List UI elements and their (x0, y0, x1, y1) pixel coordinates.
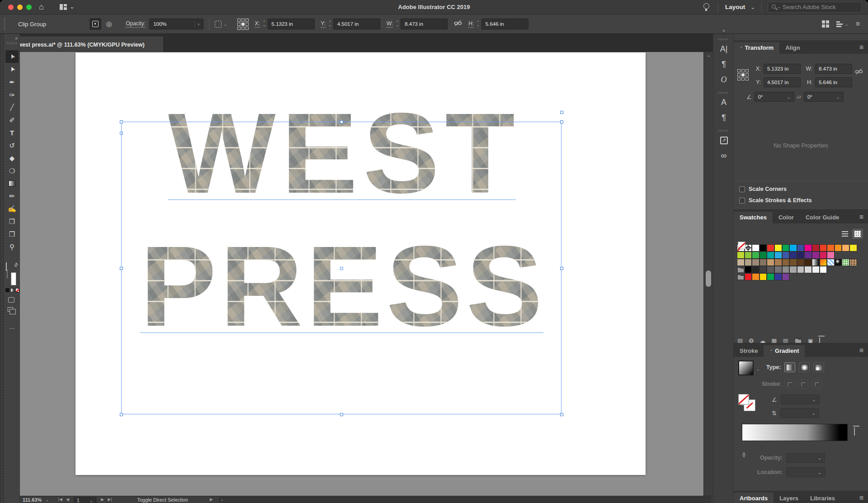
tab-align[interactable]: Align (779, 42, 806, 54)
swatch[interactable] (774, 266, 782, 273)
color-group-folder-icon[interactable] (737, 273, 745, 280)
isolate-object-button[interactable] (90, 18, 101, 30)
status-play-icon[interactable]: ▶ (210, 497, 213, 502)
pen-tool[interactable]: ✒ (5, 76, 19, 88)
tab-stroke[interactable]: Stroke (734, 345, 764, 357)
panel-grip[interactable] (718, 38, 729, 40)
character-panel-icon[interactable]: A| (713, 41, 734, 57)
x-label[interactable]: X: (255, 20, 260, 28)
next-artboard-icon[interactable]: ▶ (101, 497, 104, 502)
opacity-chevron-icon[interactable]: › (194, 21, 199, 27)
stroke-across-button[interactable] (812, 380, 822, 389)
collapse-panels-icon[interactable]: « (713, 28, 734, 33)
stroke-color-well[interactable] (11, 273, 16, 285)
artboard-tool[interactable]: ❐ (5, 228, 19, 240)
swatch[interactable] (789, 266, 797, 273)
y-label[interactable]: Y: (321, 20, 326, 28)
swatch[interactable] (812, 259, 820, 266)
swatch[interactable] (820, 252, 827, 259)
swatch[interactable] (774, 252, 782, 259)
x-stepper[interactable]: ⌃⌄ (263, 21, 266, 27)
vertical-scrollbar[interactable]: ⌃ (703, 52, 713, 503)
anchor-point[interactable] (340, 267, 343, 270)
transform-y-input[interactable]: 4.5017 in (764, 77, 801, 87)
swatch[interactable] (737, 259, 745, 266)
aspect-ratio-input[interactable]: ⌄ (780, 408, 819, 418)
link-dimensions-icon[interactable] (454, 19, 462, 29)
swatch[interactable] (745, 252, 752, 259)
arrange-icon[interactable] (822, 20, 829, 28)
swap-fill-stroke-icon[interactable]: ⇄ (13, 261, 20, 269)
y-stepper[interactable]: ⌃⌄ (328, 21, 331, 27)
list-view-button[interactable] (840, 229, 850, 239)
eyedropper-icon[interactable]: ✏ (740, 452, 748, 458)
swatch[interactable] (842, 259, 849, 266)
character-styles-panel-icon[interactable]: A (713, 95, 734, 110)
w-input[interactable]: 8.473 in (401, 19, 448, 29)
gradient-slider[interactable] (742, 424, 848, 441)
w-stepper[interactable]: ⌃⌄ (396, 21, 399, 27)
prev-artboard-icon[interactable]: ◀ (66, 497, 69, 502)
swatch[interactable] (782, 259, 790, 266)
close-window-button[interactable] (8, 5, 14, 10)
swatch[interactable] (804, 266, 812, 273)
swatch[interactable] (752, 259, 760, 266)
links-panel-icon[interactable]: ∞ (713, 148, 734, 163)
shaper-tool[interactable]: ❍ (5, 164, 19, 177)
swatch[interactable] (827, 244, 835, 252)
rotate-input[interactable]: 0°⌄ (755, 92, 794, 102)
swatch[interactable] (745, 259, 752, 266)
swatch[interactable] (842, 244, 849, 252)
swatch[interactable] (760, 244, 767, 252)
swatch[interactable] (767, 252, 774, 259)
scale-strokes-option[interactable]: Scale Strokes & Effects (739, 197, 812, 204)
gradient-preview[interactable] (738, 361, 754, 375)
last-artboard-icon[interactable]: ▶| (108, 497, 112, 502)
swatch[interactable] (745, 273, 752, 280)
swatch[interactable] (797, 259, 805, 266)
radial-gradient-button[interactable] (799, 362, 810, 372)
swatch[interactable] (804, 252, 812, 259)
h-label[interactable]: H: (468, 20, 474, 28)
export-panel-icon[interactable]: ↗ (713, 133, 734, 148)
selection-handle[interactable] (120, 120, 123, 123)
tab-swatches[interactable]: Swatches (734, 212, 773, 223)
swatch[interactable] (812, 244, 820, 252)
swatch[interactable] (767, 273, 774, 280)
opentype-panel-icon[interactable]: O (713, 72, 734, 87)
select-similar-chevron-icon[interactable]: ⌄ (223, 22, 227, 27)
selection-handle[interactable] (340, 413, 343, 416)
swatch[interactable] (797, 266, 805, 273)
scale-corners-checkbox[interactable] (739, 186, 745, 192)
swatch[interactable] (752, 244, 760, 252)
color-group-folder-icon[interactable] (737, 266, 745, 273)
swatch[interactable] (789, 252, 797, 259)
gradient-button[interactable] (10, 288, 14, 292)
swatch[interactable] (835, 259, 842, 266)
panel-grip[interactable] (718, 92, 729, 94)
rotate-tool[interactable]: ↺ (5, 139, 19, 152)
tools-grip[interactable] (7, 42, 17, 44)
lightbulb-icon[interactable] (703, 3, 709, 9)
swatch[interactable] (782, 252, 790, 259)
swatch[interactable] (789, 259, 797, 266)
zoom-tool[interactable]: ⚲ (5, 240, 19, 253)
opacity-label[interactable]: Opacity: (126, 20, 146, 28)
swatch[interactable] (752, 252, 760, 259)
transform-x-input[interactable]: 5.1323 in (764, 64, 801, 74)
swatch[interactable] (827, 259, 835, 266)
transform-w-input[interactable]: 8.473 in (815, 64, 852, 74)
anchor-point[interactable] (120, 132, 123, 135)
select-similar-button[interactable]: ◎ (103, 18, 115, 30)
swatch[interactable] (804, 259, 812, 266)
swatch[interactable] (820, 244, 827, 252)
swatch[interactable] (774, 273, 782, 280)
stop-location-input[interactable]: ⌄ (786, 467, 825, 477)
none-button[interactable] (15, 288, 19, 292)
stock-search-input[interactable]: ⌄ Search Adobe Stock (768, 2, 862, 13)
w-label[interactable]: W: (387, 20, 393, 28)
line-segment-tool[interactable]: ╱ (5, 101, 19, 114)
workspace-switcher[interactable]: Layout (725, 0, 745, 14)
h-stepper[interactable]: ⌃⌄ (476, 21, 480, 27)
swatch[interactable] (752, 266, 760, 273)
